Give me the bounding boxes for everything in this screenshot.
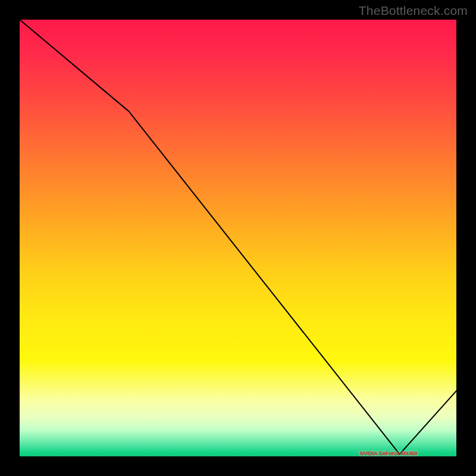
plot-area: NVIDIA GeForce MX450 (20, 20, 456, 456)
bottleneck-curve (20, 20, 456, 456)
attribution-text: TheBottleneck.com (359, 4, 468, 18)
gpu-label: NVIDIA GeForce MX450 (359, 450, 418, 456)
curve-path (20, 20, 456, 454)
